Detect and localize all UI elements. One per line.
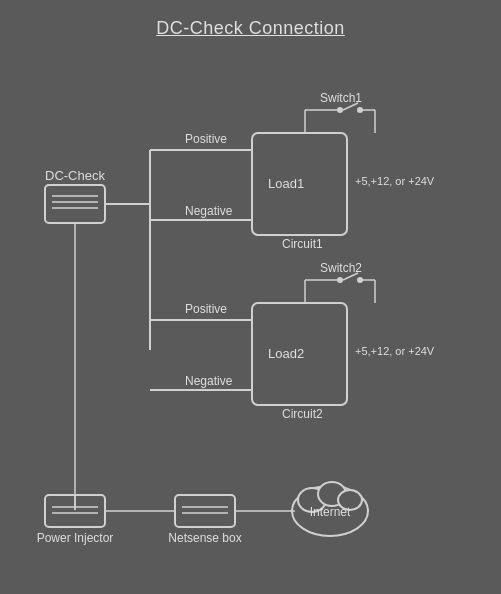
svg-point-35 bbox=[337, 277, 343, 283]
svg-text:Netsense box: Netsense box bbox=[168, 531, 241, 545]
svg-text:DC-Check: DC-Check bbox=[45, 168, 105, 183]
svg-text:Circuit1: Circuit1 bbox=[282, 237, 323, 251]
svg-text:Circuit2: Circuit2 bbox=[282, 407, 323, 421]
svg-text:Negative: Negative bbox=[185, 374, 233, 388]
svg-point-16 bbox=[337, 107, 343, 113]
svg-text:+5,+12, or +24V: +5,+12, or +24V bbox=[355, 345, 435, 357]
svg-text:Load1: Load1 bbox=[268, 176, 304, 191]
svg-text:Load2: Load2 bbox=[268, 346, 304, 361]
svg-rect-51 bbox=[175, 495, 235, 527]
svg-text:Internet: Internet bbox=[310, 505, 351, 519]
svg-text:+5,+12, or +24V: +5,+12, or +24V bbox=[355, 175, 435, 187]
svg-text:Negative: Negative bbox=[185, 204, 233, 218]
svg-text:Power Injector: Power Injector bbox=[37, 531, 114, 545]
diagram-container: DC-Check Connection DC-Check Positive Ne… bbox=[0, 0, 501, 594]
svg-text:Positive: Positive bbox=[185, 302, 227, 316]
svg-text:Positive: Positive bbox=[185, 132, 227, 146]
diagram-svg: DC-Check Positive Negative Load1 Switch1 bbox=[0, 0, 501, 594]
svg-rect-0 bbox=[45, 185, 105, 223]
svg-text:Switch1: Switch1 bbox=[320, 91, 362, 105]
svg-text:Switch2: Switch2 bbox=[320, 261, 362, 275]
